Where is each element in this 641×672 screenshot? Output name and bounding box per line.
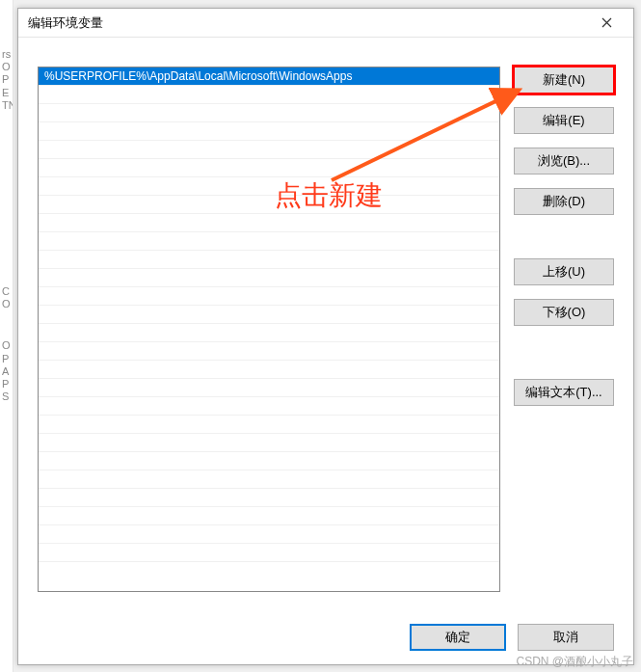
edit-button[interactable]: 编辑(E) bbox=[514, 107, 614, 134]
watermark: CSDN @酒酿小小丸子 bbox=[516, 654, 633, 670]
path-list[interactable]: %USERPROFILE%\AppData\Local\Microsoft\Wi… bbox=[38, 67, 500, 592]
list-item[interactable] bbox=[39, 214, 499, 232]
list-item[interactable] bbox=[39, 544, 499, 562]
list-item[interactable] bbox=[39, 361, 499, 379]
close-button[interactable] bbox=[587, 11, 626, 36]
list-item[interactable] bbox=[39, 397, 499, 416]
list-item[interactable] bbox=[39, 489, 499, 507]
list-item[interactable] bbox=[39, 196, 499, 214]
list-item[interactable] bbox=[39, 177, 499, 196]
list-item[interactable] bbox=[39, 269, 499, 287]
dialog-content: %USERPROFILE%\AppData\Local\Microsoft\Wi… bbox=[18, 38, 633, 664]
titlebar: 编辑环境变量 bbox=[18, 9, 633, 38]
list-item[interactable] bbox=[39, 416, 499, 434]
list-item[interactable] bbox=[39, 86, 499, 104]
list-item[interactable] bbox=[39, 324, 499, 342]
list-item[interactable] bbox=[39, 122, 499, 141]
list-item[interactable] bbox=[39, 232, 499, 251]
edit-env-var-dialog: 编辑环境变量 %USERPROFILE%\AppData\Local\Micro… bbox=[17, 8, 634, 665]
dialog-title: 编辑环境变量 bbox=[28, 14, 103, 32]
cancel-button[interactable]: 取消 bbox=[518, 624, 614, 651]
list-item[interactable] bbox=[39, 434, 499, 452]
list-item[interactable] bbox=[39, 379, 499, 397]
list-item[interactable] bbox=[39, 141, 499, 159]
list-item[interactable] bbox=[39, 452, 499, 470]
button-column: 新建(N) 编辑(E) 浏览(B)... 删除(D) 上移(U) 下移(O) 编… bbox=[514, 67, 614, 419]
list-item[interactable] bbox=[39, 342, 499, 361]
list-item[interactable] bbox=[39, 104, 499, 122]
browse-button[interactable]: 浏览(B)... bbox=[514, 148, 614, 175]
list-item[interactable] bbox=[39, 525, 499, 544]
list-item[interactable] bbox=[39, 251, 499, 269]
list-item[interactable] bbox=[39, 287, 499, 306]
delete-button[interactable]: 删除(D) bbox=[514, 188, 614, 215]
list-item[interactable] bbox=[39, 159, 499, 177]
list-item[interactable] bbox=[39, 470, 499, 489]
background-window-sliver: rsO PE TN CO OP AP S bbox=[0, 0, 13, 672]
list-item[interactable]: %USERPROFILE%\AppData\Local\Microsoft\Wi… bbox=[39, 67, 499, 86]
list-item[interactable] bbox=[39, 507, 499, 525]
move-up-button[interactable]: 上移(U) bbox=[514, 258, 614, 285]
move-down-button[interactable]: 下移(O) bbox=[514, 299, 614, 326]
dialog-bottom-buttons: 确定 取消 bbox=[410, 624, 614, 651]
close-icon bbox=[601, 17, 612, 28]
edit-text-button[interactable]: 编辑文本(T)... bbox=[514, 379, 614, 406]
list-item[interactable] bbox=[39, 306, 499, 324]
ok-button[interactable]: 确定 bbox=[410, 624, 506, 651]
new-button[interactable]: 新建(N) bbox=[514, 67, 614, 94]
